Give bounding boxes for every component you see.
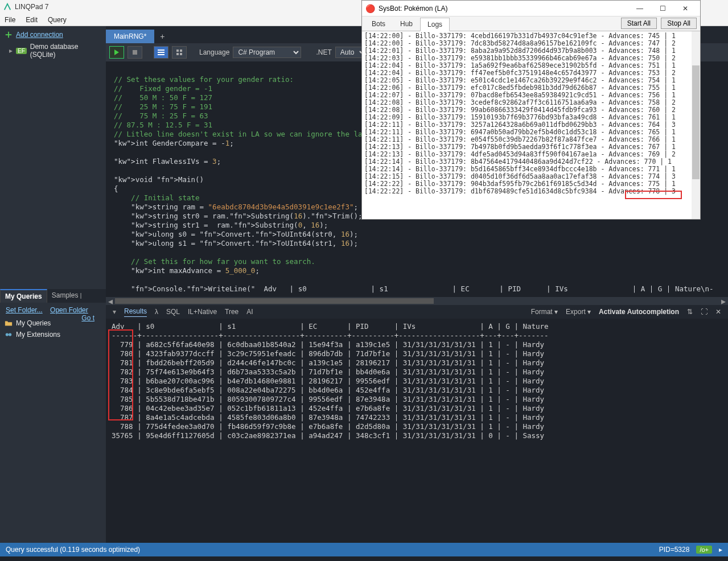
sysbot-icon: 🔴 <box>365 4 375 13</box>
svg-rect-9 <box>180 53 182 55</box>
add-connection-label: Add connection <box>16 31 63 39</box>
demo-db-label: Demo database (SQLite) <box>30 43 101 59</box>
close-button[interactable]: ✕ <box>674 1 697 16</box>
grid-icon <box>158 50 164 55</box>
tab-hub[interactable]: Hub <box>393 17 420 31</box>
activate-autocomplete[interactable]: Activate Autocompletion <box>599 308 679 316</box>
language-label: Language <box>199 48 229 56</box>
set-folder-link[interactable]: Set Folder... <box>6 306 43 314</box>
tab-ai[interactable]: AI <box>246 308 253 316</box>
results-pane[interactable]: Adv | s0 | s1 | EC | PID | IVs | A | G |… <box>106 319 728 543</box>
hscroll-thumb[interactable] <box>115 298 434 304</box>
export-menu[interactable]: Export ▾ <box>566 308 591 316</box>
app-title: LINQPad 7 <box>15 3 48 11</box>
svg-rect-4 <box>158 52 164 53</box>
tab-sql[interactable]: SQL <box>166 308 180 316</box>
tab-bots[interactable]: Bots <box>364 17 393 31</box>
sysbot-vscroll-thumb[interactable] <box>692 65 700 179</box>
status-badge: /o+ <box>696 546 712 554</box>
svg-rect-8 <box>176 53 179 55</box>
sbot-tabs: Bots Hub Logs Start All Stop All <box>362 16 700 31</box>
tab-results[interactable]: Results <box>124 307 147 317</box>
connection-item[interactable]: ▸ EF Demo database (SQLite) <box>0 41 106 60</box>
my-queries-tab[interactable]: My Queries <box>0 289 47 303</box>
tab-il[interactable]: IL+Native <box>188 308 217 316</box>
view-grid-button[interactable] <box>154 46 168 59</box>
net-label: .NET <box>316 48 331 56</box>
minimize-button[interactable]: — <box>628 1 651 16</box>
language-select[interactable]: C# Program <box>233 47 301 58</box>
tab-logs[interactable]: Logs <box>420 18 450 31</box>
svg-rect-7 <box>180 50 182 52</box>
svg-rect-5 <box>158 54 164 55</box>
expand-icon: ▸ <box>9 47 13 55</box>
tiles-icon <box>176 50 182 55</box>
sysbot-title-text: SysBot: Pokémon (LA) <box>379 5 447 13</box>
folder-icon <box>5 319 13 327</box>
start-all-button[interactable]: Start All <box>621 18 657 29</box>
my-queries-label: My Queries <box>16 319 51 327</box>
view-tiles-button[interactable] <box>172 46 187 59</box>
tab-tree[interactable]: Tree <box>225 308 238 316</box>
menu-file[interactable]: File <box>5 16 15 24</box>
open-folder-link[interactable]: Open Folder <box>50 306 88 314</box>
svg-point-0 <box>6 333 9 336</box>
run-button[interactable] <box>109 46 124 59</box>
expand-results-icon[interactable]: ▾ <box>113 308 116 316</box>
menu-query[interactable]: Query <box>48 16 67 24</box>
editor-hscrollbar[interactable]: ◂ ▸ <box>106 297 728 305</box>
sysbot-window: 🔴 SysBot: Pokémon (LA) — ☐ ✕ Bots Hub Lo… <box>361 0 701 220</box>
sysbot-log-area[interactable]: [14:22:00] - Billo-337179: 4cebd166197b3… <box>362 31 700 219</box>
my-queries-folder[interactable]: My Queries <box>0 317 81 329</box>
svg-rect-2 <box>133 50 137 55</box>
new-tab-button[interactable]: + <box>154 30 170 43</box>
close-results-icon[interactable]: ✕ <box>715 308 721 316</box>
svg-rect-6 <box>176 50 179 52</box>
results-tabs: ▾ Results λ SQL IL+Native Tree AI Format… <box>106 305 728 319</box>
scroll-right-icon[interactable]: ▸ <box>719 296 728 306</box>
my-extensions-item[interactable]: My Extensions <box>0 329 106 340</box>
plus-icon <box>5 31 13 39</box>
my-extensions-label: My Extensions <box>16 331 60 339</box>
status-chevron-icon[interactable]: ▸ <box>719 546 722 554</box>
expand-icon[interactable]: ⛶ <box>701 308 708 316</box>
svg-rect-3 <box>158 50 164 51</box>
sysbot-titlebar: 🔴 SysBot: Pokémon (LA) — ☐ ✕ <box>362 1 700 16</box>
stop-all-button[interactable]: Stop All <box>661 18 697 29</box>
goto-link[interactable]: Go t <box>81 314 94 322</box>
ef-badge: EF <box>16 48 27 54</box>
sort-icon[interactable]: ⇅ <box>687 308 693 316</box>
stop-icon <box>132 50 138 55</box>
status-pid: PID=5328 <box>659 546 690 554</box>
format-menu[interactable]: Format ▾ <box>531 308 558 316</box>
scroll-left-icon[interactable]: ◂ <box>106 296 115 306</box>
menu-edit[interactable]: Edit <box>26 16 38 24</box>
sidebar: Add connection ▸ EF Demo database (SQLit… <box>0 26 106 543</box>
add-connection-link[interactable]: Add connection <box>0 28 106 41</box>
statusbar: Query successful (0.119 seconds optimize… <box>0 543 728 556</box>
maximize-button[interactable]: ☐ <box>651 1 674 16</box>
tab-mainrng[interactable]: MainRNG* <box>106 30 154 43</box>
sysbot-vscrollbar[interactable] <box>692 31 700 219</box>
extensions-icon <box>5 331 13 339</box>
svg-point-1 <box>9 333 11 336</box>
play-icon <box>114 50 120 55</box>
stop-button[interactable] <box>127 46 142 59</box>
linqpad-icon <box>3 3 11 11</box>
tab-lambda[interactable]: λ <box>155 308 158 316</box>
status-text: Query successful (0.119 seconds optimize… <box>6 546 140 554</box>
samples-tab[interactable]: Samples | <box>47 289 87 303</box>
